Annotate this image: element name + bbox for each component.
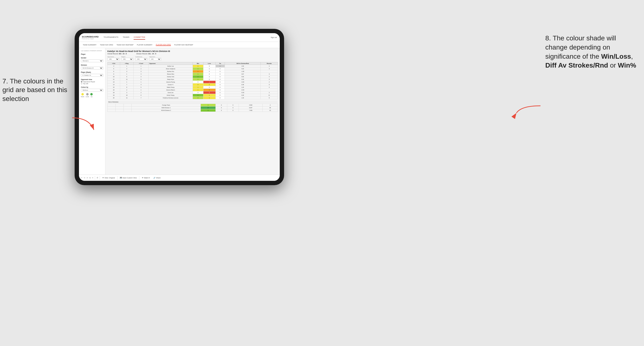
share-btn[interactable]: 🔗 Share bbox=[152, 176, 162, 179]
nav-committee[interactable]: COMMITTEE bbox=[134, 35, 145, 40]
filter-opponents-select[interactable]: (All) bbox=[107, 58, 120, 61]
cell-tie: 0 bbox=[216, 89, 224, 91]
table-header-row: # Div # Reg # Conf Opponent Win Loss Tie… bbox=[108, 62, 278, 65]
table-row: 6 3 3 Sydney Kuo 1 0 0 -1.00 bbox=[108, 70, 278, 73]
cell-div: 3 bbox=[108, 65, 120, 68]
table-row: 5 2 2 Alexis Sudjianto 1 0 0 4.00 3 bbox=[108, 68, 278, 70]
cell-conf: 5 bbox=[134, 86, 148, 89]
cell-tie: 0 bbox=[216, 86, 224, 89]
division-select[interactable]: NCAA Division III bbox=[81, 67, 103, 69]
cell-reg: 6 bbox=[120, 75, 133, 78]
last-updated: Last Updated: 27/03/2024 16:55:38 bbox=[81, 50, 103, 51]
subnav-team-h2h-heatmap[interactable]: TEAM H2H HEATMAP bbox=[116, 44, 134, 46]
legend-level-circle bbox=[86, 93, 88, 95]
subnav-team-summary[interactable]: TEAM SUMMARY bbox=[83, 44, 96, 46]
table-row: 3 1 1 Esther Lee 1 0 1 1.50 4 bbox=[108, 65, 278, 68]
ood-loss: 0 bbox=[216, 109, 227, 112]
cell-div: 5 bbox=[108, 68, 120, 70]
cell-rounds: 4 bbox=[261, 86, 278, 89]
cell-rounds bbox=[261, 89, 278, 91]
subnav-player-summary[interactable]: PLAYER SUMMARY bbox=[137, 44, 153, 46]
cell-opponent: Alexis Sudjianto bbox=[148, 68, 193, 70]
cell-win: 1 bbox=[192, 86, 203, 89]
cell-win: 2 bbox=[192, 97, 203, 99]
arrow-right bbox=[514, 103, 543, 119]
legend-down-label: Down bbox=[81, 96, 84, 97]
cell-tie: 0 bbox=[216, 75, 224, 78]
ood-div bbox=[108, 109, 116, 112]
cell-loss: 0 bbox=[203, 68, 216, 70]
division-record: Division Record: 331 - 34 - 6 bbox=[136, 53, 156, 55]
nav-teams[interactable]: TEAMS bbox=[123, 35, 130, 40]
radio-opponents-played[interactable]: Opponents Played bbox=[81, 81, 103, 82]
legend-level-label: Level bbox=[86, 96, 89, 97]
annotation-left: 7. The colours in the grid are based on … bbox=[2, 77, 70, 103]
toolbar-divider-3 bbox=[117, 176, 118, 179]
out-of-division-header: Out of division bbox=[107, 101, 278, 103]
cell-tie: 0 bbox=[216, 68, 224, 70]
toolbar-copy[interactable]: ⎘ bbox=[90, 177, 90, 179]
legend-up-circle bbox=[90, 93, 93, 95]
legend-down-circle bbox=[81, 93, 84, 95]
view-original-btn[interactable]: 👁 View: Original bbox=[101, 176, 116, 179]
filter-region-select[interactable]: (All) bbox=[121, 58, 133, 61]
cell-opponent: Sydney Kuo bbox=[148, 70, 193, 73]
col-win: Win bbox=[192, 62, 203, 65]
nav-tournaments[interactable]: TOURNAMENTS bbox=[104, 35, 118, 40]
cell-diff: 0.30 bbox=[224, 94, 261, 97]
cell-loss: 2 bbox=[203, 89, 216, 91]
cell-win: 4 bbox=[192, 94, 203, 97]
toolbar-redo[interactable]: ↪ bbox=[84, 177, 85, 179]
colour-by-select[interactable]: Win/loss bbox=[81, 89, 103, 92]
opponent-view-section: Opponent view Opponents Played Top 100 bbox=[81, 79, 103, 84]
ood-win: 15 bbox=[200, 107, 216, 109]
filter-opponent-select[interactable]: (All) bbox=[149, 58, 161, 61]
annotation-right: 8. The colour shade will change dependin… bbox=[545, 34, 637, 70]
filter-conference: Conference (All) bbox=[135, 56, 147, 61]
logo: SCOREBOARD Powered by clippd bbox=[82, 36, 99, 39]
toolbar-cut[interactable]: ✂ bbox=[92, 177, 94, 179]
nav-sign-out[interactable]: Sign out bbox=[270, 36, 277, 38]
cell-tie: 0 bbox=[216, 94, 224, 97]
cell-opponent: Esther Lee bbox=[148, 65, 193, 68]
ood-reg bbox=[116, 107, 124, 109]
cell-rounds: 11 bbox=[261, 94, 278, 97]
ood-win: 1 bbox=[200, 104, 216, 107]
cell-win: 0 bbox=[192, 91, 203, 94]
cell-rounds: 3 bbox=[261, 73, 278, 75]
ood-conf bbox=[124, 107, 132, 109]
cell-loss: 0 bbox=[203, 73, 216, 75]
cell-loss: 1 bbox=[203, 81, 216, 83]
cell-div: 13 bbox=[108, 81, 120, 83]
player-rank-select[interactable]: 8. Katelyn Vo bbox=[81, 74, 103, 77]
cell-div: 18 bbox=[108, 91, 120, 94]
ood-diff: 9.267 bbox=[239, 107, 263, 109]
watch-btn[interactable]: 👁 Watch ▾ bbox=[141, 176, 151, 179]
filter-conference-select[interactable]: (All) bbox=[135, 58, 147, 61]
table-row: 20 11 7 Federica Domecq Lacroze 2 1 0 1.… bbox=[108, 97, 278, 99]
subnav-player-h2h-grid[interactable]: PLAYER H2H GRID bbox=[156, 44, 171, 46]
cell-reg: 11 bbox=[120, 97, 133, 99]
cell-opponent: Emily Chang bbox=[148, 94, 193, 97]
cell-win: 2 bbox=[192, 75, 203, 78]
cell-tie: 1 bbox=[216, 65, 224, 68]
subnav-team-h2h-grid[interactable]: TEAM H2H GRID bbox=[100, 44, 113, 46]
toolbar-undo[interactable]: ↩ bbox=[81, 177, 82, 179]
cell-diff: -1.00 bbox=[224, 70, 261, 73]
ood-div bbox=[108, 104, 116, 107]
col-loss: Loss bbox=[203, 62, 216, 65]
cell-diff: -5.00 bbox=[224, 91, 261, 94]
subnav-player-h2h-heatmap[interactable]: PLAYER H2H HEATMAP bbox=[174, 44, 193, 46]
cell-div: 6 bbox=[108, 70, 120, 73]
colour-legend: Down Level Up bbox=[81, 93, 103, 97]
cell-rounds: 3 bbox=[261, 78, 278, 81]
toolbar-undo2[interactable]: ↩ bbox=[87, 177, 88, 179]
col-rounds: Rounds bbox=[261, 62, 278, 65]
ood-diff: 4.500 bbox=[239, 104, 263, 107]
gender-select[interactable]: Women's bbox=[81, 59, 103, 62]
save-custom-btn[interactable]: 💾 Save Custom View bbox=[119, 176, 138, 179]
filter-opponent: Opponent (All) bbox=[149, 56, 161, 61]
sidebar-gender-section: Gender Women's bbox=[81, 57, 103, 62]
radio-top100[interactable]: Top 100 bbox=[81, 83, 103, 84]
cell-loss: 2 bbox=[203, 91, 216, 94]
